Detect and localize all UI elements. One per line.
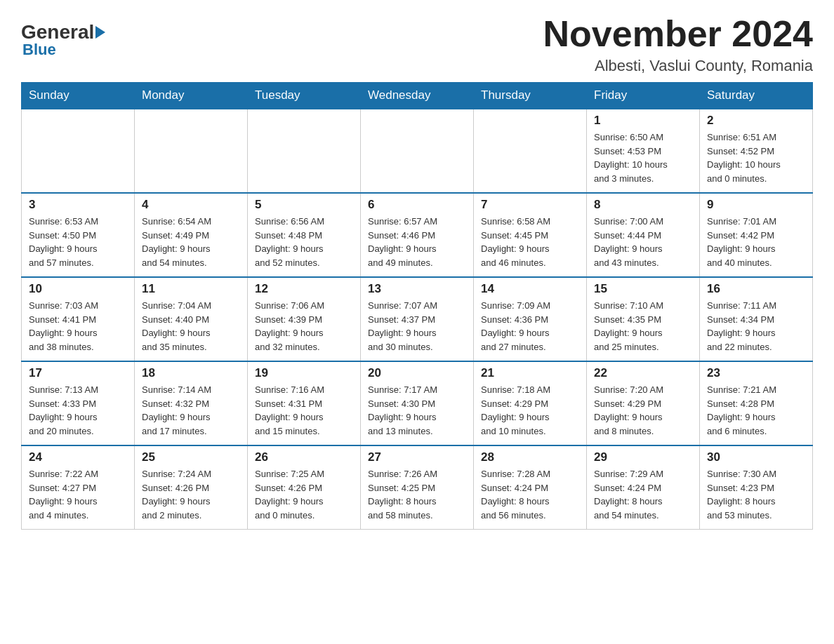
day-info: Sunrise: 7:29 AMSunset: 4:24 PMDaylight:… xyxy=(594,467,692,522)
month-title: November 2024 xyxy=(543,14,813,54)
calendar-cell xyxy=(135,109,248,193)
day-info: Sunrise: 7:04 AMSunset: 4:40 PMDaylight:… xyxy=(142,299,240,354)
day-info: Sunrise: 7:07 AMSunset: 4:37 PMDaylight:… xyxy=(368,299,466,354)
title-area: November 2024 Albesti, Vaslui County, Ro… xyxy=(543,14,813,75)
day-number: 10 xyxy=(29,282,127,296)
calendar-cell: 2Sunrise: 6:51 AMSunset: 4:52 PMDaylight… xyxy=(700,109,813,193)
weekday-header-saturday: Saturday xyxy=(700,83,813,109)
calendar-cell: 22Sunrise: 7:20 AMSunset: 4:29 PMDayligh… xyxy=(587,361,700,445)
day-info: Sunrise: 6:50 AMSunset: 4:53 PMDaylight:… xyxy=(594,130,692,185)
day-number: 13 xyxy=(368,282,466,296)
weekday-header-thursday: Thursday xyxy=(474,83,587,109)
weekday-header-wednesday: Wednesday xyxy=(361,83,474,109)
day-info: Sunrise: 7:11 AMSunset: 4:34 PMDaylight:… xyxy=(707,299,805,354)
day-number: 21 xyxy=(481,366,579,380)
day-info: Sunrise: 7:20 AMSunset: 4:29 PMDaylight:… xyxy=(594,383,692,438)
day-info: Sunrise: 7:25 AMSunset: 4:26 PMDaylight:… xyxy=(255,467,353,522)
day-info: Sunrise: 7:24 AMSunset: 4:26 PMDaylight:… xyxy=(142,467,240,522)
calendar-cell: 5Sunrise: 6:56 AMSunset: 4:48 PMDaylight… xyxy=(248,193,361,277)
calendar-cell: 19Sunrise: 7:16 AMSunset: 4:31 PMDayligh… xyxy=(248,361,361,445)
logo-blue-text: Blue xyxy=(22,41,56,59)
day-number: 25 xyxy=(142,450,240,464)
day-number: 29 xyxy=(594,450,692,464)
week-row-4: 17Sunrise: 7:13 AMSunset: 4:33 PMDayligh… xyxy=(22,361,813,445)
day-info: Sunrise: 6:54 AMSunset: 4:49 PMDaylight:… xyxy=(142,215,240,269)
day-info: Sunrise: 6:57 AMSunset: 4:46 PMDaylight:… xyxy=(368,215,466,269)
calendar-cell: 13Sunrise: 7:07 AMSunset: 4:37 PMDayligh… xyxy=(361,277,474,361)
weekday-header-row: SundayMondayTuesdayWednesdayThursdayFrid… xyxy=(22,83,813,109)
day-info: Sunrise: 6:58 AMSunset: 4:45 PMDaylight:… xyxy=(481,215,579,269)
calendar-cell: 27Sunrise: 7:26 AMSunset: 4:25 PMDayligh… xyxy=(361,445,474,530)
calendar-cell: 10Sunrise: 7:03 AMSunset: 4:41 PMDayligh… xyxy=(22,277,135,361)
logo-triangle-icon xyxy=(95,26,105,39)
calendar-cell: 30Sunrise: 7:30 AMSunset: 4:23 PMDayligh… xyxy=(700,445,813,530)
calendar-cell: 12Sunrise: 7:06 AMSunset: 4:39 PMDayligh… xyxy=(248,277,361,361)
day-info: Sunrise: 7:16 AMSunset: 4:31 PMDaylight:… xyxy=(255,383,353,438)
weekday-header-sunday: Sunday xyxy=(22,83,135,109)
day-number: 19 xyxy=(255,366,353,380)
calendar-cell: 25Sunrise: 7:24 AMSunset: 4:26 PMDayligh… xyxy=(135,445,248,530)
day-number: 3 xyxy=(29,198,127,212)
day-info: Sunrise: 7:09 AMSunset: 4:36 PMDaylight:… xyxy=(481,299,579,354)
day-number: 14 xyxy=(481,282,579,296)
calendar-cell: 26Sunrise: 7:25 AMSunset: 4:26 PMDayligh… xyxy=(248,445,361,530)
calendar-cell: 28Sunrise: 7:28 AMSunset: 4:24 PMDayligh… xyxy=(474,445,587,530)
day-number: 6 xyxy=(368,198,466,212)
day-number: 12 xyxy=(255,282,353,296)
day-number: 4 xyxy=(142,198,240,212)
weekday-header-tuesday: Tuesday xyxy=(248,83,361,109)
calendar-cell: 18Sunrise: 7:14 AMSunset: 4:32 PMDayligh… xyxy=(135,361,248,445)
day-number: 28 xyxy=(481,450,579,464)
calendar-cell: 11Sunrise: 7:04 AMSunset: 4:40 PMDayligh… xyxy=(135,277,248,361)
day-number: 22 xyxy=(594,366,692,380)
logo: General Blue xyxy=(21,21,105,59)
day-number: 15 xyxy=(594,282,692,296)
calendar-cell: 16Sunrise: 7:11 AMSunset: 4:34 PMDayligh… xyxy=(700,277,813,361)
calendar-cell xyxy=(22,109,135,193)
calendar-cell: 1Sunrise: 6:50 AMSunset: 4:53 PMDaylight… xyxy=(587,109,700,193)
day-info: Sunrise: 7:10 AMSunset: 4:35 PMDaylight:… xyxy=(594,299,692,354)
week-row-1: 1Sunrise: 6:50 AMSunset: 4:53 PMDaylight… xyxy=(22,109,813,193)
calendar-cell xyxy=(248,109,361,193)
calendar-cell: 4Sunrise: 6:54 AMSunset: 4:49 PMDaylight… xyxy=(135,193,248,277)
day-number: 30 xyxy=(707,450,805,464)
day-number: 7 xyxy=(481,198,579,212)
day-info: Sunrise: 7:28 AMSunset: 4:24 PMDaylight:… xyxy=(481,467,579,522)
day-number: 20 xyxy=(368,366,466,380)
weekday-header-friday: Friday xyxy=(587,83,700,109)
weekday-header-monday: Monday xyxy=(135,83,248,109)
day-number: 23 xyxy=(707,366,805,380)
calendar-cell: 7Sunrise: 6:58 AMSunset: 4:45 PMDaylight… xyxy=(474,193,587,277)
day-info: Sunrise: 7:00 AMSunset: 4:44 PMDaylight:… xyxy=(594,215,692,269)
calendar-cell: 3Sunrise: 6:53 AMSunset: 4:50 PMDaylight… xyxy=(22,193,135,277)
location-label: Albesti, Vaslui County, Romania xyxy=(543,57,813,75)
day-info: Sunrise: 7:26 AMSunset: 4:25 PMDaylight:… xyxy=(368,467,466,522)
day-info: Sunrise: 7:03 AMSunset: 4:41 PMDaylight:… xyxy=(29,299,127,354)
page-header: General Blue November 2024 Albesti, Vasl… xyxy=(21,14,813,75)
day-number: 8 xyxy=(594,198,692,212)
day-info: Sunrise: 7:21 AMSunset: 4:28 PMDaylight:… xyxy=(707,383,805,438)
day-number: 2 xyxy=(707,114,805,128)
day-number: 5 xyxy=(255,198,353,212)
calendar-cell: 23Sunrise: 7:21 AMSunset: 4:28 PMDayligh… xyxy=(700,361,813,445)
calendar-cell: 15Sunrise: 7:10 AMSunset: 4:35 PMDayligh… xyxy=(587,277,700,361)
day-info: Sunrise: 7:14 AMSunset: 4:32 PMDaylight:… xyxy=(142,383,240,438)
day-info: Sunrise: 7:30 AMSunset: 4:23 PMDaylight:… xyxy=(707,467,805,522)
day-number: 27 xyxy=(368,450,466,464)
day-number: 9 xyxy=(707,198,805,212)
calendar-cell: 29Sunrise: 7:29 AMSunset: 4:24 PMDayligh… xyxy=(587,445,700,530)
day-info: Sunrise: 7:01 AMSunset: 4:42 PMDaylight:… xyxy=(707,215,805,269)
day-number: 16 xyxy=(707,282,805,296)
day-number: 17 xyxy=(29,366,127,380)
day-info: Sunrise: 6:51 AMSunset: 4:52 PMDaylight:… xyxy=(707,130,805,185)
day-info: Sunrise: 6:56 AMSunset: 4:48 PMDaylight:… xyxy=(255,215,353,269)
week-row-3: 10Sunrise: 7:03 AMSunset: 4:41 PMDayligh… xyxy=(22,277,813,361)
calendar-cell: 17Sunrise: 7:13 AMSunset: 4:33 PMDayligh… xyxy=(22,361,135,445)
day-info: Sunrise: 7:17 AMSunset: 4:30 PMDaylight:… xyxy=(368,383,466,438)
calendar-cell: 9Sunrise: 7:01 AMSunset: 4:42 PMDaylight… xyxy=(700,193,813,277)
calendar-cell: 6Sunrise: 6:57 AMSunset: 4:46 PMDaylight… xyxy=(361,193,474,277)
calendar-cell: 21Sunrise: 7:18 AMSunset: 4:29 PMDayligh… xyxy=(474,361,587,445)
calendar-table: SundayMondayTuesdayWednesdayThursdayFrid… xyxy=(21,82,813,530)
week-row-5: 24Sunrise: 7:22 AMSunset: 4:27 PMDayligh… xyxy=(22,445,813,530)
day-info: Sunrise: 7:18 AMSunset: 4:29 PMDaylight:… xyxy=(481,383,579,438)
